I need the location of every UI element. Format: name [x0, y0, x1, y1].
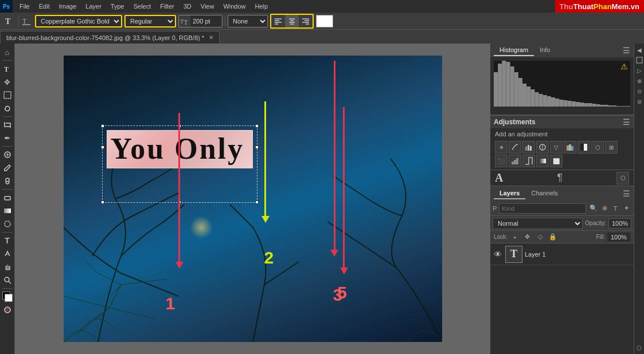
handle-rm[interactable] — [255, 145, 259, 149]
lock-pixels-icon[interactable]: ▪ — [510, 232, 520, 242]
3d-layer-icon[interactable]: ⬡ — [616, 172, 629, 184]
eraser-tool[interactable] — [1, 191, 14, 204]
adj-posterize-icon[interactable] — [509, 155, 521, 167]
tab-channels[interactable]: Channels — [525, 188, 563, 199]
tab-close-button[interactable]: ✕ — [209, 34, 213, 41]
svg-text:T: T — [5, 17, 11, 26]
adjustments-menu-icon[interactable]: ☰ — [623, 117, 630, 127]
align-center-button[interactable] — [285, 15, 299, 27]
home-tool[interactable]: ⌂ — [1, 46, 14, 58]
pen-tool[interactable] — [1, 247, 14, 260]
text-color-swatch[interactable] — [316, 15, 333, 27]
lock-artboard-icon[interactable]: ◇ — [535, 232, 545, 242]
select-lasso-tool[interactable] — [1, 102, 14, 115]
main-area: ⌂ T ✥ ✒ — [0, 44, 644, 354]
menu-image[interactable]: Image — [54, 2, 81, 11]
strip-icon-6[interactable]: ⬡ — [635, 344, 643, 352]
blur-tool[interactable] — [1, 218, 14, 230]
anti-alias-select[interactable]: None — [228, 15, 268, 27]
menu-3d[interactable]: 3D — [179, 2, 196, 11]
handle-tr[interactable] — [255, 124, 259, 128]
strip-icon-4[interactable]: ⊙ — [635, 87, 643, 95]
menu-type[interactable]: Type — [106, 2, 129, 11]
move-tool[interactable]: ✥ — [1, 76, 14, 88]
filter-pixel-icon[interactable]: 🔍 — [588, 203, 599, 214]
adj-gradient-icon[interactable] — [536, 155, 549, 167]
hand-tool[interactable] — [1, 261, 14, 273]
adj-colorbal-icon[interactable] — [564, 141, 576, 154]
blend-mode-select[interactable]: Normal — [493, 218, 583, 229]
handle-br[interactable] — [255, 200, 259, 204]
adj-brightness-icon[interactable]: ☀ — [495, 141, 508, 154]
type-tool[interactable]: T — [1, 62, 14, 75]
strip-icon-2[interactable]: ▷ — [635, 66, 643, 74]
handle-tl[interactable] — [101, 124, 104, 128]
font-family-select[interactable]: Copperplate Gothic Bold — [35, 15, 122, 27]
svg-line-33 — [110, 285, 121, 308]
strip-icon-3[interactable]: ⊕ — [635, 77, 643, 85]
handle-bl[interactable] — [101, 200, 104, 204]
align-right-button[interactable] — [299, 15, 313, 27]
svg-rect-59 — [588, 103, 592, 107]
svg-line-28 — [9, 281, 11, 284]
adj-photo-icon[interactable]: ⬡ — [591, 141, 604, 154]
collapse-btn-1[interactable]: ◀ — [635, 46, 643, 54]
fill-input[interactable]: 100% — [607, 233, 630, 242]
label-2: 2 — [264, 248, 274, 268]
font-style-select[interactable]: Regular — [124, 15, 176, 27]
gradient-tool[interactable] — [1, 204, 14, 217]
adj-vib-icon[interactable]: ▽ — [550, 141, 563, 154]
text-type-tool-active[interactable]: T — [1, 234, 14, 247]
menu-edit[interactable]: Edit — [34, 2, 54, 11]
strip-icon-5[interactable]: ⊘ — [635, 97, 643, 105]
filter-smart-icon[interactable]: ✦ — [621, 203, 631, 214]
zoom-tool[interactable] — [1, 274, 14, 286]
menu-select[interactable]: Select — [129, 2, 156, 11]
menu-view[interactable]: View — [196, 2, 219, 11]
menu-help[interactable]: Help — [251, 2, 273, 11]
arrow-2-head — [261, 216, 270, 223]
crop-tool[interactable] — [1, 119, 14, 131]
filter-adjustment-icon[interactable]: ⊕ — [599, 203, 610, 214]
clone-tool[interactable] — [1, 175, 14, 187]
eyedropper-tool[interactable]: ✒ — [1, 132, 14, 144]
adj-channel-icon[interactable]: ⊞ — [605, 141, 618, 154]
arrow-5 — [330, 61, 338, 257]
menu-file[interactable]: File — [15, 2, 34, 11]
lock-position-icon[interactable]: ✥ — [522, 232, 533, 242]
layer-visibility-toggle[interactable]: 👁 — [493, 249, 503, 259]
menu-window[interactable]: Window — [218, 2, 250, 11]
adj-bw-icon[interactable] — [577, 141, 590, 154]
histogram-svg — [494, 61, 630, 107]
font-size-input[interactable] — [190, 15, 222, 27]
adj-invert-icon[interactable]: ⬛ — [495, 155, 508, 167]
menu-filter[interactable]: Filter — [155, 2, 178, 11]
tool-separator-2 — [2, 116, 13, 117]
select-rect-tool[interactable] — [1, 89, 14, 101]
adj-hue-icon[interactable] — [536, 141, 549, 154]
filter-type-icon[interactable]: T — [610, 203, 620, 214]
tab-histogram[interactable]: Histogram — [494, 45, 534, 56]
adj-levels-icon[interactable] — [522, 141, 535, 154]
tab-info[interactable]: Info — [534, 45, 556, 56]
quick-mask-tool[interactable] — [1, 304, 14, 316]
brush-tool[interactable] — [1, 162, 14, 174]
layer-item-1[interactable]: 👁 T Layer 1 — [490, 243, 634, 265]
adj-curves-icon[interactable] — [509, 141, 521, 154]
fg-bg-colors[interactable] — [1, 290, 14, 303]
opacity-input[interactable]: 100% — [608, 218, 631, 229]
document-tab[interactable]: blur-blurred-background-color-754082.jpg… — [0, 31, 220, 44]
handle-lm[interactable] — [101, 145, 104, 149]
menu-layer[interactable]: Layer — [81, 2, 106, 11]
adj-solidcolor-icon[interactable]: ⬜ — [550, 155, 563, 167]
heal-tool[interactable] — [1, 148, 14, 161]
layers-search-input[interactable] — [499, 203, 586, 214]
align-left-button[interactable] — [271, 15, 285, 27]
filter-kind-label: P — [493, 205, 497, 212]
layers-menu-icon[interactable]: ☰ — [623, 189, 630, 198]
lock-all-icon[interactable]: 🔒 — [548, 232, 558, 242]
strip-icon-1[interactable] — [635, 56, 643, 64]
adj-threshold-icon[interactable] — [522, 155, 535, 167]
histogram-menu-icon[interactable]: ☰ — [623, 46, 630, 55]
tab-layers[interactable]: Layers — [494, 188, 525, 199]
